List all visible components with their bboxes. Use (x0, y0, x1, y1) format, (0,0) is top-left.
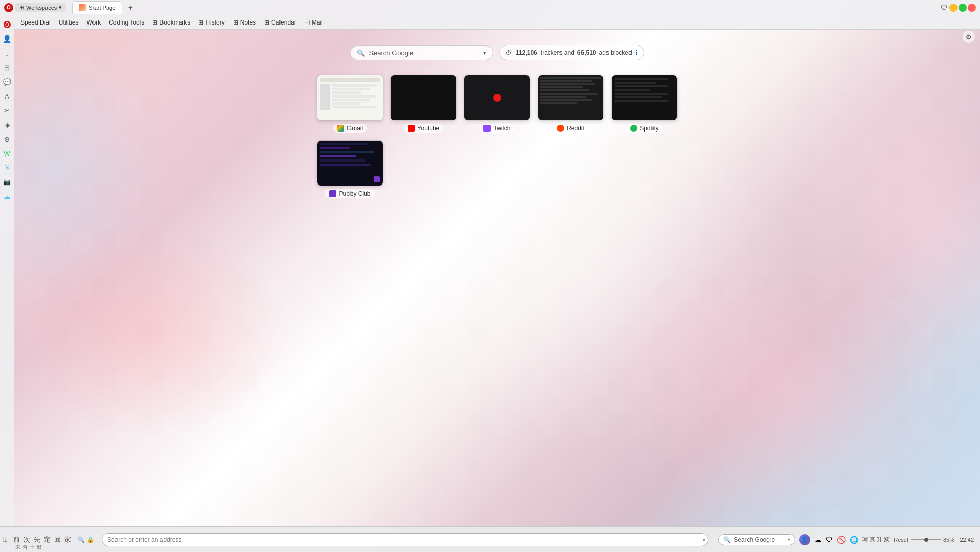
search-box-text: Search Google (369, 49, 479, 57)
statusbar: 定 前 次 先 定 回 家 🔍 🔒 ▾ 🔍 Search Google ▾ 👤 … (0, 526, 980, 552)
speed-dial-gmail[interactable]: Gmail (317, 75, 383, 133)
sidebar-icon-download[interactable]: ↓ (1, 47, 13, 59)
sidebar-icon-wallet[interactable]: ◈ (1, 119, 13, 131)
close-button[interactable] (968, 4, 976, 12)
sidebar-icon-translate[interactable]: A (1, 90, 13, 102)
adblock-icon[interactable]: 🚫 (837, 536, 846, 544)
history-label: History (205, 19, 224, 26)
utilities-label: Utilities (59, 19, 79, 26)
tab-start-page[interactable]: Start Page (72, 1, 122, 14)
sb-up-icon[interactable]: 升 (877, 536, 882, 543)
tracker-count: 112,106 (515, 49, 537, 56)
reddit-label: Reddit (553, 124, 589, 133)
sidebar: O 👤 ↓ ⊞ 💬 A ✂ ◈ ⊕ W 𝕏 📷 ☁ ⊕ (0, 15, 14, 552)
gmail-favicon (337, 125, 344, 132)
tracker-text: trackers and (541, 49, 574, 56)
vpn-icon[interactable]: 🌐 (850, 536, 858, 544)
twitch-favicon (483, 125, 491, 132)
sb-home-icon[interactable]: 定 (43, 534, 52, 545)
sidebar-icon-snapshot[interactable]: ✂ (1, 104, 13, 117)
nav-mail[interactable]: ⊣ Mail (305, 19, 323, 26)
sb-house-icon[interactable]: 家 (63, 534, 72, 545)
bookmarks-icon: ⊞ (152, 19, 157, 26)
sidebar-icon-opera[interactable]: O (1, 18, 13, 31)
settings-button[interactable]: ⚙ (963, 31, 975, 43)
avatar-icon: 👤 (801, 536, 808, 543)
youtube-thumbnail (390, 75, 457, 121)
zoom-slider[interactable] (911, 539, 941, 540)
pubby-thumbnail (317, 140, 383, 186)
sidebar-icon-tabs[interactable]: ⊞ (1, 61, 13, 74)
shield-status-icon[interactable]: 🛡 (826, 536, 833, 544)
sidebar-icon-twitter[interactable]: 𝕏 (1, 162, 13, 174)
nav-calendar[interactable]: ⊞ Calendar (264, 19, 296, 26)
workspace-icon: ⊞ (19, 4, 24, 11)
statusbar-right: 🔍 Search Google ▾ 👤 ☁ 🛡 🚫 🌐 写 真 升 変 Rese… (712, 534, 980, 545)
tab-icon (79, 4, 86, 11)
address-bar-input[interactable] (102, 533, 708, 546)
sidebar-icon-whatsapp[interactable]: W (1, 147, 13, 159)
speed-dial-reddit[interactable]: Reddit (538, 75, 604, 133)
tab-area: Start Page + (70, 1, 936, 14)
minimize-button[interactable] (949, 4, 958, 12)
sidebar-icon-weather[interactable]: ☁ (1, 190, 13, 202)
speed-dial-twitch[interactable]: Twitch (464, 75, 530, 133)
spotify-favicon (630, 125, 637, 132)
sb-change-icon[interactable]: 変 (884, 536, 890, 543)
nav-speed-dial[interactable]: Speed Dial (20, 19, 51, 26)
twitch-label: Twitch (479, 124, 515, 133)
search-container: 🔍 Search Google ▾ ⏱ 112,106 trackers and… (350, 45, 644, 60)
tab-label: Start Page (89, 5, 115, 11)
sb-bottom-1: 末 (15, 544, 20, 551)
zoom-percent: 85% (943, 537, 954, 543)
address-bar-search-icon: 🔍 (77, 536, 85, 543)
speed-dial-pubby[interactable]: Pubby Club (317, 140, 383, 198)
titlebar-left: O ⊞ Workspaces ▾ (0, 3, 70, 12)
work-label: Work (86, 19, 101, 26)
ads-text: ads blocked (599, 49, 632, 56)
sidebar-icon-instagram[interactable]: 📷 (1, 176, 13, 188)
nav-notes[interactable]: ⊞ Notes (233, 19, 256, 26)
coding-tools-label: Coding Tools (109, 19, 144, 26)
ads-count: 66,510 (577, 49, 596, 56)
sync-icon[interactable]: ☁ (814, 536, 822, 544)
sb-write-icon[interactable]: 写 (862, 536, 868, 543)
nav-bookmarks[interactable]: ⊞ Bookmarks (152, 19, 190, 26)
sb-real-icon[interactable]: 真 (870, 536, 875, 543)
new-tab-button[interactable]: + (124, 2, 136, 14)
speed-dial-youtube[interactable]: Youtube (390, 75, 457, 133)
workspaces-button[interactable]: ⊞ Workspaces ▾ (15, 3, 66, 12)
nav-utilities[interactable]: Utilities (59, 19, 79, 26)
avatar-button[interactable]: 👤 (799, 534, 810, 545)
nav-coding-tools[interactable]: Coding Tools (109, 19, 144, 26)
sb-bottom-4: 暦 (37, 544, 42, 551)
sidebar-icon-apps[interactable]: ⊕ (1, 133, 13, 145)
nav-history[interactable]: ⊞ History (198, 19, 224, 26)
sidebar-icon-chat[interactable]: 💬 (1, 76, 13, 88)
twitch-dot (493, 94, 501, 102)
maximize-button[interactable] (959, 4, 967, 12)
search-dropdown-icon[interactable]: ▾ (483, 50, 486, 56)
reddit-favicon (557, 125, 564, 132)
history-icon: ⊞ (198, 19, 203, 26)
nav-work[interactable]: Work (86, 19, 101, 26)
address-bar-right-icons: ▾ (703, 537, 705, 542)
info-icon[interactable]: ℹ (635, 49, 638, 57)
clock: 22:42 (959, 537, 974, 543)
speed-dial-grid: Gmail Youtube Twitch (317, 75, 678, 198)
search-right-chevron-icon: ▾ (788, 537, 790, 542)
reddit-thumbnail (538, 75, 604, 121)
reset-label[interactable]: Reset (894, 537, 908, 543)
speed-dial-label: Speed Dial (20, 19, 51, 26)
search-box[interactable]: 🔍 Search Google ▾ (350, 45, 493, 60)
sidebar-icon-profile[interactable]: 👤 (1, 33, 13, 45)
opera-logo-icon[interactable]: O (4, 3, 13, 12)
search-right-box[interactable]: 🔍 Search Google ▾ (718, 534, 795, 545)
navigation-bar: Speed Dial Utilities Work Coding Tools ⊞… (14, 15, 980, 30)
titlebar: O ⊞ Workspaces ▾ Start Page + 🛡 (0, 0, 980, 15)
address-bar-lock-icon: 🔒 (87, 536, 95, 543)
sb-refresh-icon[interactable]: 回 (53, 534, 62, 545)
statusbar-cjk-top: 定 (3, 536, 8, 543)
youtube-label: Youtube (404, 124, 444, 133)
speed-dial-spotify[interactable]: Spotify (611, 75, 678, 133)
